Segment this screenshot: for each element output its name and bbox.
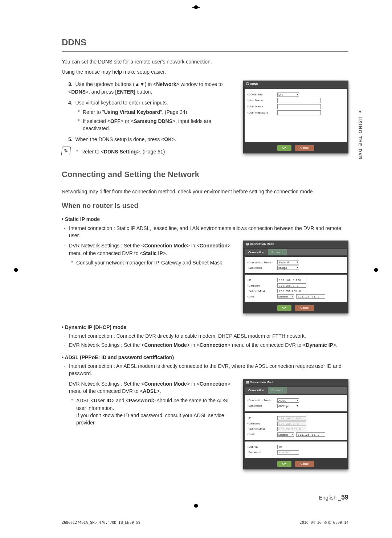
step-3: 3. Use the up/down buttons (▲▼) in <Netw… (68, 81, 236, 95)
password-label: · Password (247, 450, 275, 455)
connection-mode-select[interactable]: Static IP (277, 260, 299, 264)
heading-static-ip: • Static IP mode (62, 215, 348, 223)
ok-button[interactable]: OK (277, 145, 292, 151)
tab-connection[interactable]: Connection (245, 249, 268, 256)
host-name-label: · Host Name (247, 98, 275, 103)
gateway-input[interactable]: 192.168. 1. 1 (277, 283, 306, 288)
screenshot-connection-static: ▤ Connection Mode Connection Protocol · … (243, 241, 348, 313)
dns-input[interactable]: 168.126. 63. 1 (296, 294, 325, 299)
subnet-input[interactable]: 255.255.255. 0 (277, 289, 306, 293)
section-title-network: Connecting and Setting the Network (62, 169, 348, 182)
tab-connection[interactable]: Connection (245, 387, 268, 394)
print-job-timestamp: 2010-04-30 오후 6:09:14 (300, 520, 348, 526)
user-password-input[interactable] (277, 110, 321, 115)
page-title-ddns: DDNS (62, 36, 348, 52)
userid-input[interactable]: ID (277, 445, 299, 449)
dns-input[interactable]: 168.126. 63. 1 (296, 432, 325, 437)
adsl-bullet-2: DVR Network Settings : Set the <Connecti… (64, 380, 236, 395)
step-4-sub-1: Refer to "Using Virtual Keyboard". (Page… (78, 108, 236, 116)
gateway-label: · Gateway (247, 422, 275, 426)
ddns-intro: You can set the DDNS site for a remote u… (62, 58, 348, 65)
dns-mode-select[interactable]: Manual (277, 294, 294, 299)
ip-input[interactable]: 192.168. 1.200 (277, 278, 306, 282)
ip-label: · IP (247, 416, 275, 420)
cancel-button[interactable]: Cancel (295, 305, 314, 311)
dns-label: · DNS (247, 295, 275, 299)
ddns-site-select[interactable]: OFF (277, 93, 299, 97)
connection-mode-label: · Connection Mode (247, 260, 275, 265)
adsl-sub-2: If you don't know the ID and password, c… (76, 412, 236, 427)
user-name-label: · User Name (247, 104, 275, 109)
ddns-mouse-note: Using the mouse may help make setup easi… (62, 68, 348, 75)
password-input[interactable]: ******** (277, 450, 299, 455)
step-number: 5. (68, 136, 73, 142)
tab-protocol[interactable]: Protocol (268, 387, 287, 394)
step-number: 3. (68, 81, 73, 87)
userid-label: · User ID (247, 445, 275, 449)
heading-adsl: • ADSL (PPPoE: ID and password certifica… (62, 354, 348, 361)
dhcp-bullet-1: Internet connection : Connect the DVR di… (64, 332, 348, 340)
bandwidth-select[interactable]: 2Mbps (277, 266, 299, 270)
bandwidth-label: · Bandwidth (247, 266, 275, 270)
step-4: 4. Use virtual keyboard to enter user in… (68, 99, 236, 132)
static-ip-bullet-2: DVR Network Settings : Set the <Connecti… (64, 242, 236, 257)
subsection-no-router: When no router is used (62, 201, 348, 211)
gateway-label: · Gateway (247, 284, 275, 288)
step-number: 4. (68, 100, 73, 106)
cancel-button[interactable]: Cancel (295, 145, 314, 151)
connection-mode-select[interactable]: ADSL (277, 398, 299, 403)
print-job-id: Z6806127401A_SRD-470,470D-IB_EN59 59 (62, 520, 140, 526)
ok-button[interactable]: OK (277, 305, 292, 311)
host-name-input[interactable] (277, 98, 321, 103)
window-title: ▤ Connection Mode (243, 379, 348, 386)
network-intro: Networking may differ from the connectio… (62, 188, 348, 195)
subnet-label: · Subnet Mask (247, 289, 275, 293)
crop-mark-icon (11, 265, 21, 275)
print-job-footer: Z6806127401A_SRD-470,470D-IB_EN59 59 201… (62, 520, 348, 526)
user-name-input[interactable] (277, 104, 321, 109)
ddns-site-label: · DDNS Site (247, 93, 275, 97)
heading-dhcp: • Dynamic IP (DHCP) mode (62, 324, 348, 331)
connection-mode-label: · Connection Mode (247, 398, 275, 403)
tab-protocol[interactable]: Protocol (268, 249, 287, 256)
dns-mode-select[interactable]: Manual (277, 432, 294, 437)
gateway-input: 192.168. 1. 1 (277, 422, 306, 426)
adsl-sub-1: ADSL <User ID> and <Password> should be … (71, 397, 236, 426)
ip-label: · IP (247, 278, 275, 283)
dhcp-bullet-2: DVR Network Settings : Set the <Connecti… (64, 341, 348, 349)
cancel-button[interactable]: Cancel (295, 461, 314, 467)
ok-button[interactable]: OK (277, 461, 292, 467)
note-icon: ✎ (61, 147, 71, 155)
footer-lang: English _ (319, 494, 341, 501)
bandwidth-label: · Bandwidth (247, 404, 275, 408)
crop-mark-icon (371, 265, 381, 275)
bandwidth-select[interactable]: 600kbps (277, 404, 299, 408)
crop-mark-icon (191, 2, 201, 12)
tip-ddns-setting: Refer to <DDNS Setting>. (Page 61) (76, 148, 165, 155)
static-consult-sub: Consult your network manager for IP, Gat… (71, 259, 236, 266)
dns-label: · DNS (247, 432, 275, 437)
window-title: 🖵 DDNS (243, 81, 348, 88)
footer-page-number: 59 (341, 494, 348, 501)
crop-mark-icon (191, 501, 201, 511)
screenshot-ddns-window: 🖵 DDNS · DDNS SiteOFF · Host Name · User… (243, 81, 348, 153)
user-password-label: · User Password (247, 111, 275, 115)
subnet-label: · Subnet Mask (247, 427, 275, 431)
side-tab: ● USING THE DVR (357, 109, 363, 160)
ip-input: 192.168. 1.200 (277, 416, 306, 420)
window-title: ▤ Connection Mode (243, 241, 348, 248)
step-5: 5. When the DDNS setup is done, press <O… (68, 136, 236, 143)
adsl-bullet-1: Internet connection : An ADSL modem is d… (64, 362, 348, 377)
subnet-input: 255.255.255. 0 (277, 427, 306, 431)
step-4-sub-2: If selected <OFF> or <Samsung DDNS>, inp… (78, 118, 236, 132)
static-ip-bullet-1: Internet connection : Static IP ADSL, le… (64, 225, 348, 239)
page-footer: English _59 (62, 493, 348, 502)
screenshot-connection-adsl: ▤ Connection Mode Connection Protocol · … (243, 379, 348, 469)
